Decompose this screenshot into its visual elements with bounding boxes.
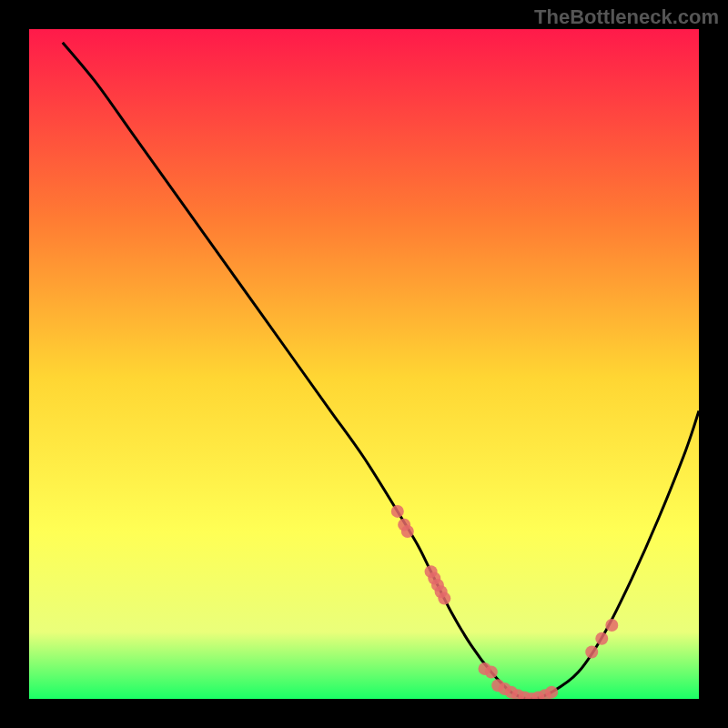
chart-svg — [29, 29, 699, 699]
chart-frame — [29, 29, 699, 699]
scatter-point — [391, 505, 404, 518]
scatter-point — [485, 666, 498, 679]
scatter-point — [545, 686, 558, 699]
watermark: TheBottleneck.com — [534, 5, 719, 29]
scatter-point — [438, 592, 450, 605]
scatter-point — [595, 632, 608, 645]
scatter-point — [605, 619, 618, 632]
scatter-point — [401, 525, 414, 538]
scatter-point — [585, 645, 598, 658]
